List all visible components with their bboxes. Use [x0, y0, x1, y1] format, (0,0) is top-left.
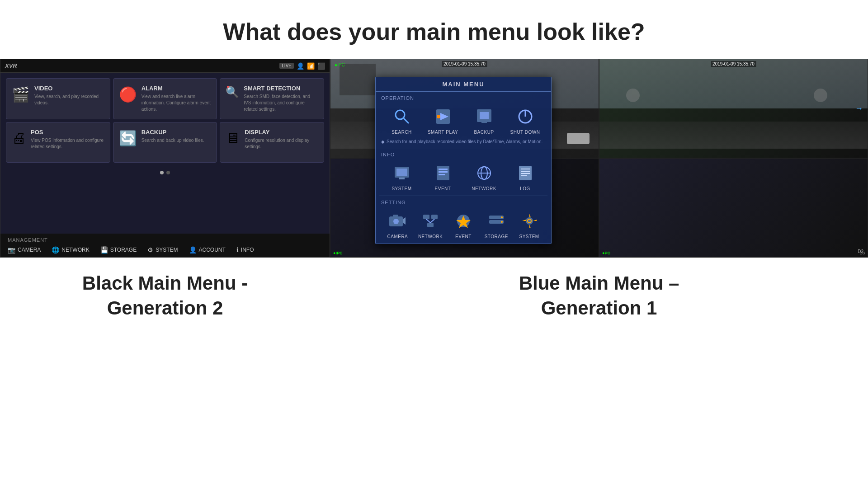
caption-blue-menu: Blue Main Menu – Generation 1 [330, 271, 868, 320]
blue-event-icon [432, 162, 454, 184]
blue-log-icon [514, 162, 537, 184]
pos-icon: 🖨 [12, 130, 26, 146]
management-label: MANAGEMENT [8, 237, 322, 243]
cam-feed-4: ●PC D3 [599, 158, 868, 258]
network-setting-label: NETWORK [418, 234, 443, 239]
caption-black-line1: Black Main Menu - [82, 272, 248, 294]
right-ipc-label: ●IPC [335, 62, 345, 67]
blue-shutdown-btn[interactable]: SHUT DOWN [509, 105, 541, 135]
hint-diamond: ◆ [381, 139, 385, 144]
storage-setting-label: STORAGE [485, 234, 508, 239]
blue-event-setting-btn[interactable]: EVENT [448, 210, 479, 239]
menu-item-video[interactable]: 🎬 VIDEO View, search, and play recorded … [6, 78, 110, 119]
mgmt-network[interactable]: 🌐 NETWORK [52, 246, 89, 253]
network-info-label: NETWORK [472, 186, 496, 191]
alarm-desc: View and search live alarm information. … [142, 94, 212, 113]
black-menu-grid: 🎬 VIDEO View, search, and play recorded … [0, 73, 330, 168]
topbar-icon-3: ⬛ [317, 62, 325, 70]
blue-storage-setting-btn[interactable]: STORAGE [481, 210, 512, 239]
svg-rect-24 [521, 175, 527, 176]
backup-icon: 🔄 [119, 130, 137, 147]
right-panel-blue-menu: 2019-01-09 15:35:70 2019-01-09 15:35:70 … [330, 59, 868, 258]
smartplay-label: SMART PLAY [428, 130, 458, 135]
blue-backup-icon [473, 105, 495, 128]
storage-icon: 💾 [100, 246, 108, 253]
menu-item-display[interactable]: 🖥 DISPLAY Configure resolution and displ… [220, 122, 324, 163]
info-label: INFO [241, 247, 254, 253]
svg-rect-16 [439, 174, 445, 175]
backup-label: BACKUP [474, 130, 494, 135]
pos-desc: View POS information and configure relat… [31, 137, 104, 150]
blue-network-setting-btn[interactable]: NETWORK [415, 210, 446, 239]
svg-rect-11 [396, 169, 407, 176]
caption-blue-line1: Blue Main Menu – [519, 272, 679, 294]
account-icon: 👤 [189, 246, 197, 253]
dot-1[interactable] [160, 171, 164, 174]
svg-point-42 [528, 220, 531, 222]
svg-rect-14 [439, 169, 448, 170]
blue-search-btn[interactable]: SEARCH [386, 105, 418, 135]
pagination-dots [0, 168, 330, 177]
mgmt-info[interactable]: ℹ INFO [236, 246, 254, 253]
blue-event-btn[interactable]: EVENT [427, 162, 459, 191]
event-setting-label: EVENT [455, 234, 472, 239]
live-badge: LIVE [279, 63, 294, 69]
svg-rect-28 [393, 215, 398, 217]
event-label: EVENT [435, 186, 451, 191]
backup-title: BACKUP [142, 129, 204, 136]
blue-network-btn[interactable]: NETWORK [468, 162, 500, 191]
operation-grid: SEARCH SMART PLAY [376, 103, 551, 139]
setting-section-label: SETTING [376, 196, 551, 207]
svg-line-33 [430, 219, 434, 223]
arrow-indicator: → [855, 104, 863, 113]
menu-item-pos[interactable]: 🖨 POS View POS information and configure… [6, 122, 110, 163]
xvr-logo: XVR [5, 62, 17, 69]
cam2-timestamp: 2019-01-09 15:35:70 [711, 61, 756, 67]
caption-blue-line2: Generation 1 [541, 297, 657, 319]
blue-search-icon [391, 105, 413, 128]
system-icon: ⚙ [147, 246, 153, 253]
blue-menu-title: MAIN MENU [376, 77, 551, 92]
blue-backup-btn[interactable]: BACKUP [468, 105, 500, 135]
caption-black-menu: Black Main Menu - Generation 2 [0, 271, 330, 320]
blue-log-btn[interactable]: LOG [509, 162, 541, 191]
management-bar: MANAGEMENT 📷 CAMERA 🌐 NETWORK 💾 STORAGE … [0, 234, 330, 257]
hint-text: Search for and playback recorded video f… [387, 139, 542, 144]
blue-system-btn[interactable]: SYSTEM [386, 162, 418, 191]
mgmt-storage[interactable]: 💾 STORAGE [100, 246, 137, 253]
mgmt-camera[interactable]: 📷 CAMERA [8, 246, 41, 253]
content-area: XVR LIVE 👤 📶 ⬛ 🎬 VIDEO View, search, and… [0, 59, 868, 258]
system-label: SYSTEM [392, 186, 411, 191]
mgmt-account[interactable]: 👤 ACCOUNT [189, 246, 226, 253]
blue-camera-setting-icon [386, 210, 409, 232]
captions-area: Black Main Menu - Generation 2 Blue Main… [0, 271, 868, 320]
management-items: 📷 CAMERA 🌐 NETWORK 💾 STORAGE ⚙ SYSTEM 👤 [8, 246, 322, 253]
info-icon: ℹ [236, 246, 239, 253]
dot-2[interactable] [166, 171, 170, 174]
svg-point-39 [501, 221, 503, 223]
pos-title: POS [31, 129, 104, 136]
operation-section-label: OPERATION [376, 92, 551, 103]
svg-line-1 [404, 118, 409, 123]
topbar-icons: LIVE 👤 📶 ⬛ [279, 62, 325, 70]
left-topbar: XVR LIVE 👤 📶 ⬛ [0, 59, 330, 73]
menu-item-smart-detection[interactable]: ● 🔍 SMART DETECTION Search SMD, face det… [220, 78, 324, 119]
svg-rect-15 [439, 171, 448, 173]
system-setting-label: SYSTEM [519, 234, 539, 239]
blue-system-setting-btn[interactable]: SYSTEM [514, 210, 545, 239]
menu-item-backup[interactable]: 🔄 BACKUP Search and back up video files. [113, 122, 217, 163]
cam1-timestamp: 2019-01-09 15:35:70 [442, 61, 487, 67]
info-grid: SYSTEM EVENT [376, 159, 551, 196]
svg-rect-21 [521, 169, 530, 169]
blue-smartplay-btn[interactable]: SMART PLAY [427, 105, 459, 135]
topbar-icon-2: 📶 [307, 62, 315, 70]
blue-camera-setting-btn[interactable]: CAMERA [382, 210, 413, 239]
blue-network-icon [473, 162, 495, 184]
topbar-icon-1: 👤 [297, 62, 304, 70]
mgmt-system[interactable]: ⚙ SYSTEM [147, 246, 178, 253]
svg-rect-6 [480, 112, 489, 119]
display-title: DISPLAY [245, 129, 318, 136]
blue-system-icon [391, 162, 413, 184]
blue-menu-overlay: MAIN MENU OPERATION SEARCH [375, 77, 552, 244]
menu-item-alarm[interactable]: 🔴 ALARM View and search live alarm infor… [113, 78, 217, 119]
